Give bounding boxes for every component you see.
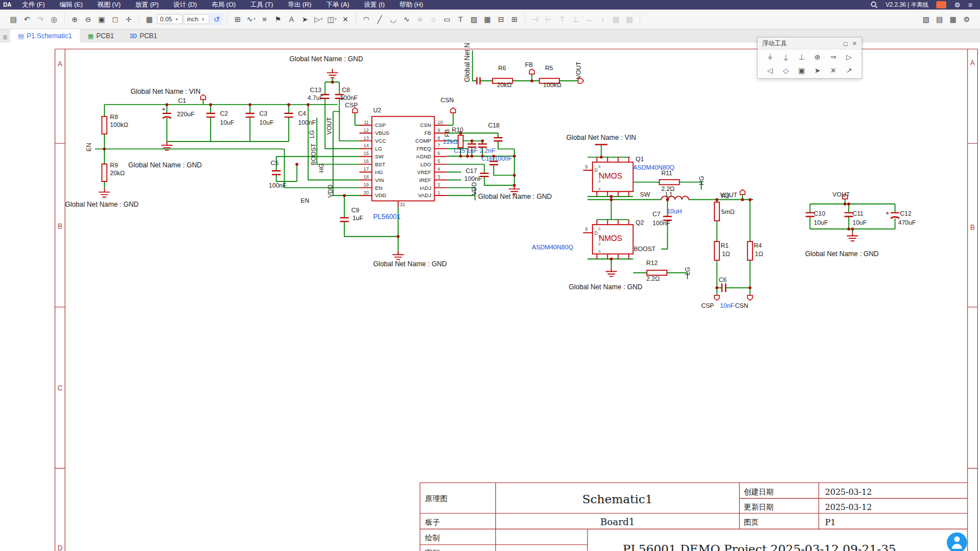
net-label-icon[interactable]: A xyxy=(285,13,298,25)
align-right-icon[interactable]: ⊢ xyxy=(543,13,555,25)
menu-item[interactable]: 视图 (V) xyxy=(90,0,128,10)
menu-item[interactable]: 设置 (I) xyxy=(357,0,392,10)
output-port-icon[interactable]: ▷ xyxy=(841,53,857,62)
tab-pcb1[interactable]: ▦PCB1 xyxy=(80,29,122,43)
bom-icon[interactable]: ▦ xyxy=(947,13,959,25)
net-symbols xyxy=(99,69,858,300)
undo-icon[interactable]: ↶ xyxy=(21,13,33,25)
probe-icon[interactable]: ➤ xyxy=(809,66,825,75)
titleblock-board-name: Board1 xyxy=(600,517,635,527)
schematic-canvas[interactable]: Global Net Name : GNDGlobal Net Name : V… xyxy=(0,43,980,551)
no-connect-icon[interactable]: ✕ xyxy=(826,66,841,75)
resistor-r10 xyxy=(458,135,463,148)
net-boost-label: BOOST xyxy=(633,245,655,252)
settings-gear-icon[interactable]: ⚙ xyxy=(954,2,960,8)
menu-item[interactable]: 下单 (A) xyxy=(319,0,357,10)
wire-probe-icon[interactable]: ↗ xyxy=(841,66,857,75)
schematic-label: S xyxy=(598,165,601,169)
menu-item[interactable]: 文件 (F) xyxy=(15,0,52,10)
menu-item[interactable]: 设计 (D) xyxy=(166,0,204,10)
gnd-port-icon[interactable]: ⏚ xyxy=(762,53,778,62)
distribute-v-icon[interactable]: ↕ xyxy=(596,13,609,25)
bezier-icon[interactable]: ∿ xyxy=(400,13,413,25)
earth-port-icon[interactable]: ⊥ xyxy=(794,53,809,62)
net-flag-icon[interactable]: ⚑ xyxy=(272,13,284,25)
bus-icon[interactable]: ≡ xyxy=(258,13,271,25)
schematic-label: S xyxy=(598,187,601,191)
support-chat-button[interactable] xyxy=(947,532,967,551)
align-top-icon[interactable]: ⊤ xyxy=(556,13,568,25)
ellipse-icon[interactable]: ◌ xyxy=(427,13,440,25)
table-icon[interactable]: ▦ xyxy=(481,13,494,25)
net-port-icon[interactable]: ◇ xyxy=(778,66,794,75)
distribute-h-icon[interactable]: ↔ xyxy=(583,13,595,25)
align-center-v-icon[interactable]: ▤ xyxy=(623,13,636,25)
menu-item[interactable]: 工具 (T) xyxy=(243,0,280,10)
arc-icon[interactable]: ◠ xyxy=(360,13,372,25)
search-doc-icon[interactable]: ◎ xyxy=(48,13,60,25)
probe-icon[interactable]: ➤ xyxy=(299,13,311,25)
input-port-icon[interactable]: ⇒ xyxy=(826,53,841,62)
zoom-fit-icon[interactable]: ▣ xyxy=(95,13,108,25)
crosshair-select-icon[interactable]: ✛ xyxy=(122,13,135,25)
panel-toggle-icon[interactable]: ≣ xyxy=(0,34,10,43)
polyline-icon[interactable]: ◡ xyxy=(387,13,399,25)
new-file-icon[interactable]: ▤ xyxy=(7,13,20,25)
schematic-sheet: Global Net Name : GNDGlobal Net Name : V… xyxy=(0,43,980,551)
box-select-icon[interactable]: ◻ xyxy=(109,13,121,25)
rect-icon[interactable]: ▭ xyxy=(441,13,453,25)
zoom-out-icon[interactable]: ⊖ xyxy=(82,13,94,25)
hamburger-menu-icon[interactable]: ≡ xyxy=(968,2,972,8)
schematic-label: VADJ xyxy=(418,192,431,198)
copy-sheet-icon[interactable]: ▧ xyxy=(920,13,932,25)
sheet-symbol-icon[interactable]: ⊟ xyxy=(495,13,507,25)
power-port-icon[interactable]: ⊕ xyxy=(809,53,825,62)
zoom-in-icon[interactable]: ⊕ xyxy=(69,13,81,25)
no-connect-icon[interactable]: ✕ xyxy=(339,13,352,25)
floating-tools-titlebar[interactable]: 浮动工具 ◻ ✕ xyxy=(758,38,862,49)
align-bottom-icon[interactable]: ⊥ xyxy=(569,13,582,25)
titleblock-created-date: 2025-03-12 xyxy=(825,488,872,497)
circle-icon[interactable]: ○ xyxy=(414,13,426,25)
tab-schematic1[interactable]: ▤P1.Schematic1 xyxy=(10,29,80,43)
align-center-h-icon[interactable]: ▥ xyxy=(610,13,622,25)
sheet-port-icon[interactable]: ⊞ xyxy=(508,13,521,25)
text-icon[interactable]: T xyxy=(454,13,467,25)
ref-c2: C2 xyxy=(220,110,228,117)
menu-item[interactable]: 放置 (P) xyxy=(128,0,166,10)
account-badge-icon[interactable] xyxy=(936,1,946,8)
wire-icon[interactable]: ∿▾ xyxy=(245,13,257,25)
close-icon[interactable]: ✕ xyxy=(853,40,857,47)
search-icon[interactable] xyxy=(870,1,878,8)
menu-item[interactable]: 帮助 (H) xyxy=(392,0,430,10)
line-icon[interactable]: ╱ xyxy=(373,13,386,25)
menu-item[interactable]: 布局 (O) xyxy=(204,0,243,10)
net-fb-label: FB xyxy=(525,61,533,68)
place-symbol-icon[interactable]: ⊞ xyxy=(231,13,244,25)
doc-icon[interactable]: ▤ xyxy=(933,13,946,25)
net-port-icon[interactable]: ▷▾ xyxy=(312,13,325,25)
net-csp-label: CSP xyxy=(345,102,358,108)
floating-tools-window[interactable]: 浮动工具 ◻ ✕ ⏚⍊⊥⊕⇒▷◁◇▣➤✕↗ xyxy=(757,37,862,79)
device-icon[interactable]: ◫▾ xyxy=(326,13,338,25)
net-label-icon[interactable]: ▣ xyxy=(794,66,809,75)
ref-r9: R9 xyxy=(110,162,118,169)
image-icon[interactable]: ▨ xyxy=(468,13,480,25)
redo-icon[interactable]: ↷ xyxy=(34,13,47,25)
net-vdd-label: VDD xyxy=(471,182,477,195)
tab-3d-pcb1[interactable]: 3DPCB1 xyxy=(122,29,165,43)
titleblock-schematic-name: Schematic1 xyxy=(582,492,653,506)
menu-item[interactable]: 导出 (R) xyxy=(280,0,318,10)
maximize-icon[interactable]: ◻ xyxy=(843,40,847,47)
ground2-port-icon[interactable]: ⍊ xyxy=(778,53,794,62)
snap-toggle-icon[interactable]: ↺ xyxy=(211,13,223,25)
menu-item[interactable]: 编辑 (E) xyxy=(52,0,90,10)
frame-row-a-left: A xyxy=(58,60,63,68)
align-left-icon[interactable]: ⊣ xyxy=(529,13,541,25)
bidir-port-icon[interactable]: ◁ xyxy=(762,66,778,75)
settings-gear-icon[interactable]: ⚙ xyxy=(960,13,973,25)
grid-size-select[interactable]: 0.05▾ xyxy=(157,14,183,24)
grid-icon[interactable]: ▦ xyxy=(143,13,156,25)
ref-c13: C13 xyxy=(310,86,321,93)
unit-select[interactable]: inch▾ xyxy=(184,14,209,24)
